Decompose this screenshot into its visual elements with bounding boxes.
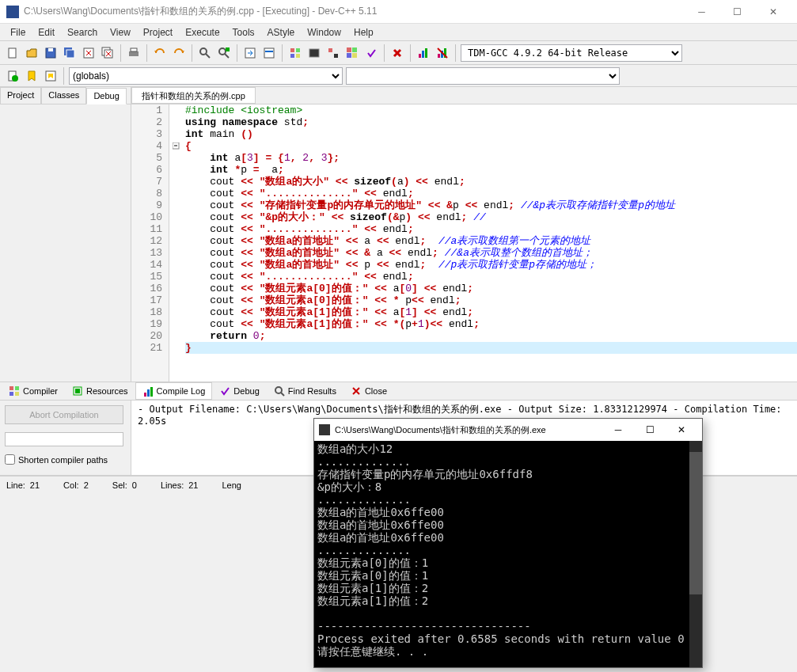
compile-icon[interactable] [287,45,303,61]
svg-point-10 [200,48,207,55]
menu-search[interactable]: Search [62,25,103,40]
svg-rect-12 [226,47,230,51]
close-all-icon[interactable] [100,45,116,61]
open-icon[interactable] [24,45,40,61]
svg-rect-4 [66,50,74,58]
svg-rect-17 [296,48,300,52]
print-icon[interactable] [126,45,142,61]
svg-rect-28 [422,51,424,58]
window-title: C:\Users\Wang\Documents\指针和数组的关系的例.cpp -… [24,5,684,18]
svg-rect-8 [129,51,139,56]
compile-controls: Abort Compilation Shorten compiler paths [0,401,131,475]
menu-execute[interactable]: Execute [180,25,225,40]
compile-run-icon[interactable] [325,45,341,61]
menu-project[interactable]: Project [138,25,178,40]
abort-compilation-button[interactable]: Abort Compilation [5,405,123,424]
console-window[interactable]: C:\Users\Wang\Documents\指针和数组的关系的例.exe ─… [313,418,703,668]
bottom-tab-compile-log[interactable]: Compile Log [135,382,213,400]
svg-rect-29 [425,48,427,58]
goto-bookmark-icon[interactable] [43,68,59,84]
svg-rect-16 [290,48,294,52]
menu-tools[interactable]: Tools [227,25,260,40]
console-title-bar[interactable]: C:\Users\Wang\Documents\指针和数组的关系的例.exe ─… [314,419,702,441]
save-icon[interactable] [43,45,59,61]
goto-icon[interactable] [242,45,258,61]
console-output[interactable]: 数组a的大小12 .............. 存储指针变量p的内存单元的地址0… [314,441,702,667]
bookmark-toggle-icon[interactable] [24,68,40,84]
svg-rect-0 [9,48,16,58]
svg-rect-39 [9,392,13,396]
side-tab-debug[interactable]: Debug [86,88,126,104]
svg-rect-23 [347,47,351,52]
svg-rect-21 [328,48,332,52]
bottom-tab-compiler[interactable]: Compiler [2,382,65,400]
side-tab-project[interactable]: Project [0,87,41,104]
stop-icon[interactable] [389,45,405,61]
menu-view[interactable]: View [104,25,136,40]
svg-rect-30 [438,54,440,58]
svg-rect-38 [15,386,19,390]
svg-rect-19 [296,54,300,58]
console-minimize-button[interactable]: ─ [602,420,634,439]
minimize-button[interactable]: ─ [684,0,719,24]
menu-window[interactable]: Window [302,25,347,40]
find-icon[interactable] [197,45,213,61]
undo-icon[interactable] [152,45,168,61]
insert-icon[interactable] [5,68,21,84]
menu-file[interactable]: File [5,25,31,40]
new-file-icon[interactable] [5,45,21,61]
console-maximize-button[interactable]: ☐ [634,420,666,439]
run-icon[interactable] [306,45,322,61]
svg-rect-26 [352,53,357,58]
code-editor[interactable]: 123456789101112131415161718192021 #inclu… [131,104,797,382]
svg-rect-18 [290,54,294,58]
debug-icon[interactable] [363,45,379,61]
menu-edit[interactable]: Edit [32,25,60,40]
svg-rect-14 [264,48,274,58]
progress-bar [5,432,123,446]
svg-point-46 [275,387,282,393]
bottom-tab-bar: CompilerResourcesCompile LogDebugFind Re… [0,382,797,401]
svg-point-34 [12,75,18,82]
scope-select[interactable]: (globals) [69,67,343,85]
console-scrollbar[interactable] [689,441,702,667]
svg-point-11 [219,48,226,55]
file-tab[interactable]: 指针和数组的关系的例.cpp [131,87,256,104]
status-col: 2 [84,480,89,490]
member-select[interactable] [346,67,620,85]
compiler-select[interactable]: TDM-GCC 4.9.2 64-bit Release [461,44,682,62]
svg-rect-9 [131,48,137,51]
bottom-tab-find-results[interactable]: Find Results [267,382,343,400]
file-tab-bar: 指针和数组的关系的例.cpp [131,87,797,104]
bottom-tab-resources[interactable]: Resources [65,382,135,400]
profile-icon[interactable] [416,45,431,61]
status-line: 21 [30,480,40,490]
shorten-paths-checkbox[interactable]: Shorten compiler paths [5,454,126,465]
svg-rect-42 [75,389,80,393]
redo-icon[interactable] [171,45,187,61]
close-button[interactable]: ✕ [755,0,791,24]
nav-toolbar: (globals) [0,65,797,87]
menu-help[interactable]: Help [348,25,379,40]
status-lines: 21 [188,480,198,490]
side-tab-classes[interactable]: Classes [41,87,86,104]
main-toolbar: TDM-GCC 4.9.2 64-bit Release [0,41,797,65]
menu-astyle[interactable]: AStyle [262,25,301,40]
replace-icon[interactable] [216,45,232,61]
bottom-tab-close[interactable]: Close [343,382,394,400]
svg-rect-44 [147,389,150,397]
svg-rect-2 [48,48,53,51]
maximize-button[interactable]: ☐ [719,0,755,24]
svg-rect-27 [419,54,421,58]
menu-bar: FileEditSearchViewProjectExecuteToolsASt… [0,24,797,41]
svg-rect-37 [9,386,13,390]
console-close-button[interactable]: ✕ [666,420,697,439]
title-bar: C:\Users\Wang\Documents\指针和数组的关系的例.cpp -… [0,0,797,24]
svg-rect-45 [150,387,153,397]
bookmark-icon[interactable] [261,45,277,61]
close-file-icon[interactable] [81,45,97,61]
delete-profile-icon[interactable] [435,45,450,61]
bottom-tab-debug[interactable]: Debug [212,382,266,400]
rebuild-icon[interactable] [344,45,360,61]
save-all-icon[interactable] [62,45,78,61]
